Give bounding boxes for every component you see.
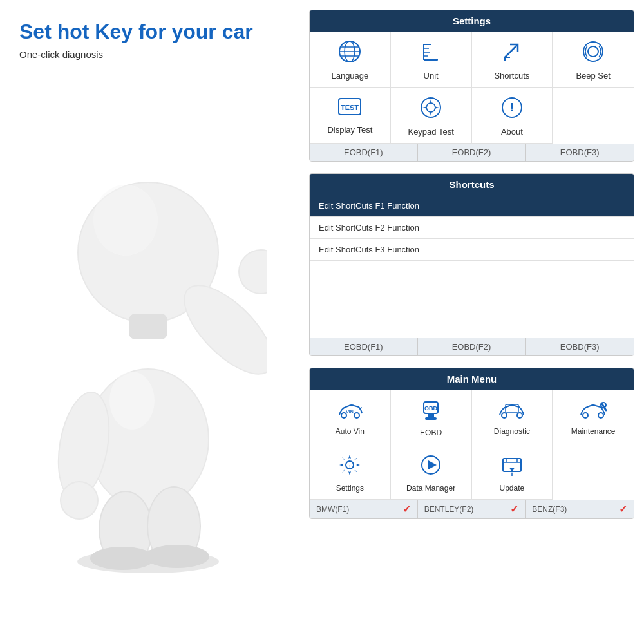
- bmw-check-icon: ✓: [402, 503, 411, 515]
- bmw-label: BMW(F1): [316, 505, 349, 514]
- svg-point-3: [109, 372, 155, 430]
- menu-settings[interactable]: ! Settings: [310, 444, 391, 500]
- left-panel: Set hot Key for your car One-click diagn…: [0, 0, 309, 644]
- menu-eobd[interactable]: OBD EOBD: [391, 390, 472, 444]
- mainmenu-footer-f2[interactable]: BENTLEY(F2) ✓: [418, 500, 526, 518]
- svg-point-6: [93, 185, 158, 256]
- displaytest-label: Display Test: [327, 125, 372, 135]
- settings-shortcuts[interactable]: Shortcuts: [472, 32, 553, 88]
- unit-icon: [419, 39, 443, 67]
- settings-about[interactable]: ! About: [472, 88, 553, 144]
- update-icon: [500, 453, 524, 480]
- mainmenu-footer: BMW(F1) ✓ BENTLEY(F2) ✓ BENZ(F3) ✓: [310, 500, 634, 518]
- svg-point-46: [354, 413, 359, 418]
- main-title: Set hot Key for your car: [19, 19, 296, 44]
- bentley-label: BENTLEY(F2): [424, 505, 474, 514]
- datamanager-icon: [419, 453, 442, 480]
- right-panel: Settings Language Unit: [303, 0, 644, 644]
- menu-diagnostic[interactable]: Diagnostic: [472, 390, 553, 444]
- svg-text:VIN: VIN: [346, 410, 354, 414]
- svg-text:!: !: [350, 464, 351, 468]
- menu-maintenance[interactable]: Maintenance: [553, 390, 634, 444]
- svg-marker-39: [430, 99, 432, 104]
- menu-datamanager[interactable]: Data Manager: [391, 444, 472, 500]
- settings-beepset[interactable]: Beep Set: [553, 32, 634, 88]
- datamanager-label: Data Manager: [406, 484, 455, 493]
- mainmenu-card: Main Menu VIN Auto Vin OBD EOBD: [309, 368, 634, 519]
- svg-rect-27: [424, 59, 438, 61]
- menu-update[interactable]: Update: [472, 444, 553, 500]
- settings-language[interactable]: Language: [310, 32, 391, 88]
- maintenance-label: Maintenance: [571, 427, 616, 436]
- mainmenu-header: Main Menu: [310, 368, 634, 390]
- shortcuts-label: Shortcuts: [494, 71, 529, 80]
- menu-settings-icon: !: [338, 453, 361, 480]
- settings-footer: EOBD(F1) EOBD(F2) EOBD(F3): [310, 144, 634, 161]
- bentley-check-icon: ✓: [510, 503, 518, 515]
- svg-point-13: [240, 251, 267, 293]
- beepset-label: Beep Set: [576, 71, 611, 80]
- subtitle: One-click diagnosis: [19, 49, 296, 60]
- autovin-icon: VIN: [336, 401, 363, 423]
- menu-row1: VIN Auto Vin OBD EOBD Diagnostic: [310, 390, 634, 444]
- menu-row2: ! Settings Data Manager Update: [310, 444, 634, 500]
- shortcut-f3[interactable]: Edit ShortCuts F3 Function: [310, 239, 634, 261]
- menu-autovin[interactable]: VIN Auto Vin: [310, 390, 391, 444]
- settings-displaytest[interactable]: TEST Display Test: [310, 88, 391, 144]
- settings-header: Settings: [310, 10, 634, 32]
- svg-rect-51: [425, 417, 437, 420]
- settings-keypadtest[interactable]: Keypad Test: [391, 88, 472, 144]
- settings-footer-f2[interactable]: EOBD(F2): [418, 144, 526, 161]
- svg-marker-40: [430, 111, 432, 116]
- svg-text:!: !: [510, 101, 514, 114]
- settings-card: Settings Language Unit: [309, 10, 634, 162]
- svg-point-20: [90, 547, 155, 570]
- svg-point-53: [517, 413, 522, 418]
- shortcuts-footer-f2[interactable]: EOBD(F2): [418, 338, 526, 355]
- svg-rect-50: [428, 413, 434, 417]
- svg-point-15: [61, 482, 97, 518]
- svg-point-33: [583, 42, 603, 61]
- language-icon: [337, 39, 362, 67]
- svg-marker-41: [422, 106, 428, 109]
- beepset-icon: [581, 39, 605, 67]
- autovin-label: Auto Vin: [336, 427, 365, 436]
- benz-check-icon: ✓: [619, 503, 627, 515]
- shortcuts-icon: [500, 39, 524, 67]
- svg-point-52: [502, 413, 507, 418]
- language-label: Language: [331, 71, 368, 80]
- settings-unit[interactable]: Unit: [391, 32, 472, 88]
- eobd-label: EOBD: [420, 428, 442, 437]
- benz-label: BENZ(F3): [532, 505, 567, 514]
- maintenance-icon: [579, 401, 607, 423]
- unit-label: Unit: [424, 71, 439, 80]
- shortcuts-header: Shortcuts: [310, 174, 634, 195]
- update-label: Update: [500, 484, 525, 493]
- shortcuts-footer-f3[interactable]: EOBD(F3): [526, 338, 634, 355]
- robot-figure: [19, 66, 296, 631]
- mainmenu-footer-f3[interactable]: BENZ(F3) ✓: [526, 500, 634, 518]
- svg-point-34: [588, 46, 598, 57]
- svg-rect-7: [129, 314, 167, 339]
- keypadtest-icon: [419, 95, 443, 123]
- shortcuts-card: Shortcuts Edit ShortCuts F1 Function Edi…: [309, 173, 634, 356]
- svg-point-55: [583, 413, 588, 418]
- keypadtest-label: Keypad Test: [408, 127, 453, 137]
- svg-text:OBD: OBD: [424, 405, 438, 412]
- svg-point-21: [145, 545, 209, 568]
- mainmenu-footer-f1[interactable]: BMW(F1) ✓: [310, 500, 418, 518]
- shortcut-f2[interactable]: Edit ShortCuts F2 Function: [310, 217, 634, 239]
- shortcuts-footer: EOBD(F1) EOBD(F2) EOBD(F3): [310, 338, 634, 355]
- svg-point-56: [598, 413, 603, 418]
- shortcut-f1[interactable]: Edit ShortCuts F1 Function: [310, 195, 634, 217]
- settings-row2: TEST Display Test Keypad Test ! About: [310, 88, 634, 144]
- settings-footer-f1[interactable]: EOBD(F1): [310, 144, 418, 161]
- svg-point-38: [426, 103, 435, 112]
- shortcuts-footer-f1[interactable]: EOBD(F1): [310, 338, 418, 355]
- settings-row1: Language Unit Shortcuts Be: [310, 32, 634, 88]
- settings-footer-f3[interactable]: EOBD(F3): [526, 144, 634, 161]
- about-label: About: [501, 127, 523, 137]
- shortcuts-spacer: [310, 261, 634, 338]
- svg-marker-62: [428, 460, 437, 469]
- robot-image: [48, 124, 267, 574]
